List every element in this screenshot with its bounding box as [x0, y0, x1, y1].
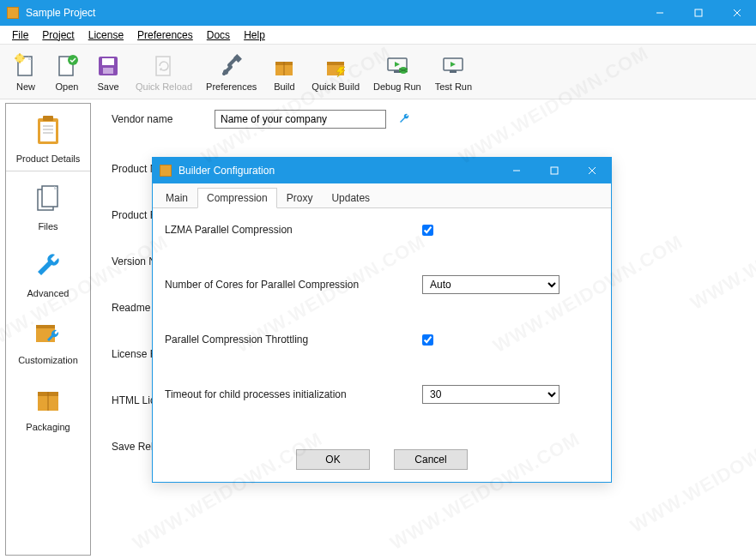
- new-button[interactable]: New: [5, 49, 46, 95]
- cores-select[interactable]: Auto: [422, 275, 559, 294]
- test-run-icon: [439, 52, 467, 80]
- dialog-footer: OK Cancel: [153, 441, 611, 482]
- wrench-icon[interactable]: [398, 112, 410, 127]
- clipboard-icon: [30, 112, 66, 148]
- test-run-label: Test Run: [435, 81, 472, 92]
- app-icon: [7, 7, 19, 19]
- vendor-name-input[interactable]: [215, 110, 386, 129]
- menu-project[interactable]: Project: [35, 27, 81, 43]
- svg-rect-1: [695, 9, 702, 16]
- timeout-select[interactable]: 30: [422, 385, 559, 404]
- dialog-body: LZMA Parallel Compression Number of Core…: [153, 208, 611, 441]
- cores-label: Number of Cores for Parallel Compression: [165, 279, 422, 291]
- ok-button[interactable]: OK: [296, 449, 370, 470]
- minimize-button[interactable]: [640, 0, 679, 26]
- menu-help[interactable]: Help: [237, 27, 272, 43]
- debug-run-icon: [384, 52, 411, 80]
- preferences-button[interactable]: Preferences: [199, 49, 263, 95]
- customization-icon: [30, 314, 66, 350]
- sidebar-label: Customization: [18, 355, 78, 365]
- menu-docs[interactable]: Docs: [200, 27, 237, 43]
- menu-license[interactable]: License: [82, 27, 130, 43]
- sidebar-item-files[interactable]: Files: [6, 171, 90, 238]
- menu-bar: File Project License Preferences Docs He…: [0, 26, 756, 45]
- sidebar-item-packaging[interactable]: Packaging: [6, 372, 90, 439]
- build-button[interactable]: Build: [263, 49, 305, 95]
- build-label: Build: [274, 81, 294, 92]
- tab-proxy[interactable]: Proxy: [277, 188, 323, 208]
- dialog-minimize-button[interactable]: [498, 158, 535, 183]
- tab-updates[interactable]: Updates: [322, 188, 379, 208]
- preferences-label: Preferences: [206, 81, 257, 92]
- lzma-checkbox[interactable]: [422, 225, 433, 236]
- timeout-row: Timeout for child processes initializati…: [165, 385, 599, 404]
- title-bar: Sample Project: [0, 0, 756, 26]
- open-icon: [53, 52, 81, 80]
- sidebar-item-product-details[interactable]: Product Details: [6, 104, 90, 171]
- new-label: New: [16, 81, 35, 92]
- quick-reload-label: Quick Reload: [136, 81, 192, 92]
- sidebar-item-advanced[interactable]: Advanced: [6, 238, 90, 305]
- lzma-row: LZMA Parallel Compression: [165, 224, 599, 236]
- cores-row: Number of Cores for Parallel Compression…: [165, 275, 599, 294]
- tab-compression[interactable]: Compression: [197, 188, 277, 208]
- svg-rect-16: [103, 68, 113, 74]
- save-icon: [94, 52, 122, 80]
- window-title: Sample Project: [26, 7, 640, 19]
- dialog-close-button[interactable]: [573, 158, 611, 183]
- svg-rect-34: [450, 70, 457, 73]
- svg-rect-38: [43, 116, 53, 121]
- svg-rect-37: [40, 122, 56, 141]
- svg-point-20: [223, 69, 228, 75]
- sidebar: Product Details Files Advanced Customiza…: [5, 103, 91, 556]
- cancel-button[interactable]: Cancel: [394, 449, 468, 470]
- throttling-label: Parallel Compression Throttling: [165, 334, 422, 346]
- close-button[interactable]: [717, 0, 756, 26]
- save-button[interactable]: Save: [88, 49, 129, 95]
- svg-marker-29: [395, 62, 400, 67]
- sidebar-label: Product Details: [16, 153, 81, 164]
- reload-icon: [150, 52, 178, 80]
- svg-rect-25: [327, 62, 344, 65]
- menu-preferences[interactable]: Preferences: [130, 27, 200, 43]
- open-button[interactable]: Open: [46, 49, 88, 95]
- builder-config-dialog: Builder Configuration Main Compression P…: [152, 157, 612, 483]
- quick-build-icon: [322, 52, 349, 80]
- vendor-name-row: Vendor name: [112, 110, 739, 129]
- packaging-icon: [30, 381, 66, 417]
- sidebar-label: Packaging: [26, 422, 70, 432]
- debug-run-label: Debug Run: [373, 81, 421, 92]
- dialog-title: Builder Configuration: [178, 165, 498, 177]
- save-label: Save: [97, 81, 118, 92]
- toolbar: New Open Save Quick Reload Preferences B…: [0, 45, 756, 99]
- debug-run-button[interactable]: Debug Run: [366, 49, 428, 95]
- build-icon: [270, 52, 298, 80]
- wrench-icon: [30, 247, 66, 283]
- maximize-button[interactable]: [679, 0, 717, 26]
- dialog-tabs: Main Compression Proxy Updates: [153, 183, 611, 208]
- preferences-icon: [218, 52, 245, 80]
- dialog-title-bar: Builder Configuration: [153, 158, 611, 183]
- svg-rect-15: [102, 58, 114, 65]
- files-icon: [30, 180, 66, 216]
- vendor-name-label: Vendor name: [112, 113, 215, 125]
- lzma-label: LZMA Parallel Compression: [165, 224, 422, 236]
- svg-marker-35: [451, 62, 456, 67]
- dialog-maximize-button[interactable]: [535, 158, 573, 183]
- tab-main[interactable]: Main: [156, 188, 197, 208]
- menu-file[interactable]: File: [5, 27, 35, 43]
- throttling-checkbox[interactable]: [422, 334, 433, 346]
- open-label: Open: [56, 81, 79, 92]
- svg-rect-51: [551, 167, 558, 174]
- dialog-icon: [160, 165, 172, 177]
- throttling-row: Parallel Compression Throttling: [165, 334, 599, 346]
- test-run-button[interactable]: Test Run: [428, 49, 479, 95]
- quick-reload-button[interactable]: Quick Reload: [129, 49, 199, 95]
- svg-rect-46: [36, 325, 55, 328]
- sidebar-label: Advanced: [27, 288, 70, 298]
- quick-build-button[interactable]: Quick Build: [305, 49, 366, 95]
- timeout-label: Timeout for child processes initializati…: [165, 388, 422, 400]
- quick-build-label: Quick Build: [311, 81, 360, 92]
- new-icon: [12, 52, 39, 80]
- sidebar-item-customization[interactable]: Customization: [6, 305, 90, 372]
